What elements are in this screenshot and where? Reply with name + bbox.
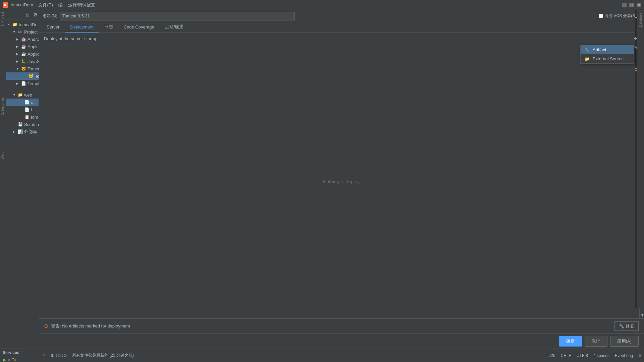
deploy-empty-state: Nothing to deploy xyxy=(39,45,644,318)
web-folder-icon: 📁 xyxy=(17,92,23,98)
arrow-icon: ▶ xyxy=(16,52,21,56)
file-icon: 📄 xyxy=(24,100,30,105)
tree-item-label: Scratch xyxy=(24,122,39,127)
statusbar-right: 5:25 CRLF UTF-8 4 spaces xyxy=(547,353,609,358)
arrow-icon: ▼ xyxy=(13,93,17,97)
tab-logs[interactable]: 日志 xyxy=(99,22,118,33)
statusbar-time: 5:25 xyxy=(547,353,555,358)
tab-code-coverage[interactable]: Code Coverage xyxy=(118,22,160,33)
add-config-button[interactable]: + xyxy=(7,11,15,18)
warning-icon: ⊙ xyxy=(44,323,48,329)
services-header: Services xyxy=(0,349,40,356)
scratch-icon: 💾 xyxy=(17,122,23,127)
tree-item-label: i xyxy=(31,107,32,112)
run-config-dialog: 名称(N) 通过 VCS 分享(S) ? Server Deployment 日… xyxy=(39,10,644,349)
todo-label[interactable]: 6: TODO xyxy=(51,353,67,358)
right-panel-labels: Database xyxy=(637,10,644,308)
dropdown-item-label: Artifact... xyxy=(593,47,610,52)
dropdown-item-label: External Source... xyxy=(593,56,627,61)
services-panel: Services ▶ ■ To ▶ xyxy=(0,349,40,362)
side-label-project[interactable]: 1: Project xyxy=(0,10,6,28)
app-icon: ☕ xyxy=(21,51,26,57)
titlebar-left: ▶ tomcatDem 文件(E) 编 运行/调试配置 xyxy=(3,2,95,8)
window-controls: ─ □ ✕ xyxy=(622,3,641,7)
scroll-down-button[interactable]: ▼ xyxy=(640,312,644,318)
arrow-icon: ▼ xyxy=(16,67,21,70)
color-indicator-bars xyxy=(635,10,637,308)
external-icon: 📁 xyxy=(585,57,590,61)
bottom-content: ⊙ 警告: No artifacts marked for deployment… xyxy=(39,318,644,349)
libs-icon: 📊 xyxy=(17,129,23,134)
apply-button[interactable]: 应用(A) xyxy=(610,336,639,347)
settings-button[interactable]: ⚙ xyxy=(32,11,39,18)
statusbar-spaces[interactable]: 4 spaces xyxy=(593,353,609,358)
arrow-icon: ▼ xyxy=(13,30,17,34)
project-icon: 🗂 xyxy=(17,29,23,35)
file-status: 所有文件都是最新的 (25 分钟之前) xyxy=(72,353,134,358)
folder-icon: 📁 xyxy=(12,22,17,27)
event-log-label[interactable]: Event Log xyxy=(615,353,633,358)
bottom-area: Services ▶ ■ To ▶ ? 6: TODO 所有文件都是最新的 (2… xyxy=(0,349,644,362)
cancel-button[interactable]: 取消 xyxy=(585,336,607,347)
statusbar: ? 6: TODO 所有文件都是最新的 (25 分钟之前) 5:25 CRLF … xyxy=(40,349,644,362)
confirm-button[interactable]: 确定 xyxy=(559,336,582,347)
deploy-header: Deploy at the server startup xyxy=(39,33,644,45)
name-label: 名称(N) xyxy=(43,13,57,19)
menu-edit[interactable]: 编 xyxy=(58,2,63,8)
share-checkbox-area: 通过 VCS 分享(S) ? xyxy=(599,13,640,19)
add-button-area: + xyxy=(632,35,639,42)
tree-item-label: Project xyxy=(24,29,38,35)
tomcat-icon: 🐱 xyxy=(21,66,26,71)
add-artifact-button[interactable]: + xyxy=(632,35,639,42)
share-checkbox[interactable] xyxy=(599,14,603,18)
deployment-content: + ✎ 🔧 Artifact... 📁 External Source... D… xyxy=(39,33,644,318)
status-icons: ? xyxy=(43,353,45,358)
applet-icon: ☕ xyxy=(21,44,26,49)
arrow-icon: ▶ xyxy=(16,38,21,41)
close-button[interactable]: ✕ xyxy=(637,3,641,7)
side-label-web[interactable]: Web xyxy=(0,150,6,161)
maximize-button[interactable]: □ xyxy=(629,3,634,7)
statusbar-crlf[interactable]: CRLF xyxy=(561,353,571,358)
dropdown-item-external[interactable]: 📁 External Source... xyxy=(581,54,634,63)
tree-item-label: 外部库 xyxy=(24,129,37,135)
side-label-favorites[interactable]: 2: Favorites xyxy=(0,95,6,117)
file-icon: 📄 xyxy=(24,107,30,112)
share-label: 通过 VCS 分享(S) xyxy=(604,13,636,19)
arrow-icon: ▼ xyxy=(7,23,12,26)
titlebar: ▶ tomcatDem 文件(E) 编 运行/调试配置 ─ □ ✕ xyxy=(0,0,644,10)
database-label[interactable]: Database xyxy=(638,11,643,28)
expand-icon[interactable]: ⟫ xyxy=(638,352,641,359)
fix-button[interactable]: 🔧 修复 xyxy=(614,321,639,331)
tree-item-label: tom xyxy=(31,115,38,120)
arrow-icon: ▶ xyxy=(16,45,21,48)
tab-server[interactable]: Server xyxy=(41,22,65,33)
statusbar-charset[interactable]: UTF-8 xyxy=(577,353,588,358)
artifact-icon: 🔧 xyxy=(585,48,590,52)
service-run-button[interactable]: ▶ xyxy=(3,357,6,362)
js-icon: 🐛 xyxy=(21,59,26,64)
xml-icon: 📋 xyxy=(24,114,30,120)
copy-config-button[interactable]: ⎘ xyxy=(23,11,31,18)
color-bar-2 xyxy=(635,68,637,69)
minimize-button[interactable]: ─ xyxy=(622,3,627,7)
tomcat-instance-icon: 🐱 xyxy=(28,73,34,79)
tab-deployment[interactable]: Deployment xyxy=(65,22,99,33)
tabs-bar: Server Deployment 日志 Code Coverage 启动/连接 xyxy=(39,22,644,33)
arrow-icon: ▶ xyxy=(16,82,21,85)
name-input[interactable] xyxy=(60,12,295,20)
service-stop-button[interactable]: ■ xyxy=(8,357,10,362)
remove-config-button[interactable]: − xyxy=(15,11,23,18)
warning-text: 警告: No artifacts marked for deployment xyxy=(51,323,612,329)
help-icon[interactable]: ? xyxy=(43,353,45,358)
name-field-container: 名称(N) xyxy=(43,12,295,20)
menu-run[interactable]: 运行/调试配置 xyxy=(68,2,96,8)
project-name: tomcatDem xyxy=(11,2,33,7)
empty-text: Nothing to deploy xyxy=(323,179,360,184)
menu-file[interactable]: 文件(E) xyxy=(38,2,53,8)
tab-startup[interactable]: 启动/连接 xyxy=(160,22,189,33)
dropdown-menu: 🔧 Artifact... 📁 External Source... xyxy=(580,45,634,64)
tree-item-label: Applet xyxy=(28,44,40,49)
dropdown-item-artifact[interactable]: 🔧 Artifact... xyxy=(581,45,634,54)
service-name: To xyxy=(12,358,16,362)
